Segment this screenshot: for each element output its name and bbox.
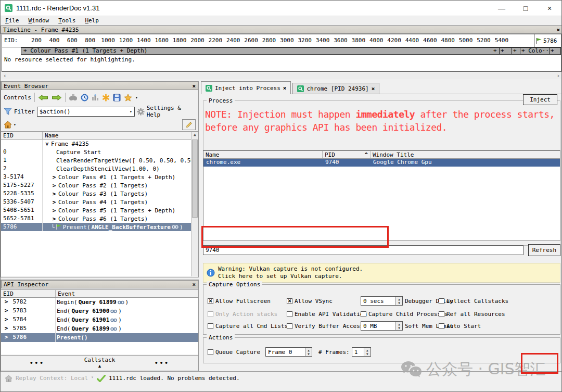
checkbox-auto-start[interactable] — [439, 323, 444, 329]
tab-chrome-pid-24936-[interactable]: chrome [PID 24936]× — [292, 83, 379, 94]
api-inspector-close-icon[interactable]: × — [192, 281, 196, 288]
checkbox-allow-vsync[interactable]: × — [287, 298, 292, 304]
filter-icon — [4, 108, 12, 115]
timeline-scrollbar[interactable]: ‹› — [2, 72, 561, 79]
favorites-icon[interactable] — [124, 94, 132, 102]
api-event-row[interactable]: > 5782Begin(Query 61899 ) — [1, 298, 198, 307]
vulkan-warning-box[interactable]: Warning: Vulkan capture is not configure… — [203, 263, 560, 283]
timeline-pass-bar[interactable]: + Colour Pass #1 (1 Targets + Depth) — [21, 47, 495, 55]
event-browser-scrollbar[interactable]: ▲ — [191, 132, 198, 276]
checkbox-collect-callstacks[interactable] — [439, 298, 444, 304]
api-inspector-title: API Inspector — [4, 281, 48, 288]
replay-home-icon[interactable] — [5, 375, 12, 382]
menu-tools[interactable]: Tools — [54, 17, 80, 24]
replay-context-label[interactable]: Replay Context: Local — [16, 375, 88, 382]
inject-button[interactable]: Inject — [523, 94, 557, 105]
event-row[interactable]: 5786└Present(ANGLE_BackBufferTexture) — [1, 223, 198, 231]
stats-icon[interactable] — [92, 94, 99, 101]
minimize-button[interactable]: — — [490, 1, 514, 16]
spinner-debugger-delay[interactable]: 0 secs▲▼ — [361, 296, 403, 306]
event-row[interactable]: 0Capture Start — [1, 148, 198, 156]
eb-col-eid: EID — [1, 132, 43, 139]
proc-col-pid[interactable]: PID^ — [323, 151, 371, 158]
checkbox-enable-api-validation[interactable] — [287, 311, 292, 317]
option-label: Allow VSync — [295, 298, 333, 305]
resource-link-icon[interactable] — [110, 309, 117, 314]
timeline-segment[interactable]: + — [550, 47, 561, 55]
checkbox-ref-all-resources[interactable] — [439, 311, 444, 317]
spinner-soft-mem-limit[interactable]: 0 MB▲▼ — [361, 321, 403, 331]
menu-window[interactable]: Window — [24, 17, 54, 24]
event-row[interactable]: 5408-5651>Colour Pass #5 (1 Targets + De… — [1, 206, 198, 214]
proc-col-window-title[interactable]: Window Title — [371, 151, 560, 158]
menu-file[interactable]: File — [1, 17, 24, 24]
callstack-expand-icon[interactable]: ▲ — [98, 363, 101, 369]
bookmark-icon[interactable] — [102, 94, 110, 102]
vulkan-warning-line2[interactable]: Click here to set up Vulkan capture. — [218, 273, 363, 280]
filter-settings-gear-icon[interactable] — [137, 108, 145, 116]
queue-frame-spinner[interactable]: Frame 0▲▼ — [265, 347, 312, 357]
edit-filter-button[interactable] — [182, 119, 196, 130]
tab-close-icon[interactable]: × — [283, 85, 287, 92]
filter-combobox[interactable]: $action() ▾ — [37, 107, 135, 117]
maximize-button[interactable]: □ — [514, 1, 538, 16]
callstack-section[interactable]: ••• Callstack▲ ••• — [1, 355, 198, 371]
timeline-tick: 5200 — [477, 37, 491, 44]
event-row[interactable]: 5228-5335>Colour Pass #3 (1 Targets) — [1, 189, 198, 198]
timeline-ruler[interactable]: EID: 5786 200400600800100012001400160018… — [2, 34, 561, 47]
home-dropdown-icon[interactable]: ▾ — [14, 122, 16, 127]
event-row[interactable]: 3-5174>Colour Pass #1 (1 Targets + Depth… — [1, 173, 198, 181]
process-row[interactable]: chrome.exe9740Google Chrome Gpu — [203, 159, 560, 167]
settings-help-link[interactable]: Settings & Help — [147, 105, 196, 118]
proc-col-name[interactable]: Name — [203, 151, 323, 158]
home-icon[interactable] — [4, 121, 12, 129]
event-row[interactable]: 2ClearDepthStencilView(1.00, 0) — [1, 165, 198, 173]
resource-link-icon[interactable] — [172, 224, 178, 230]
resource-link-icon[interactable] — [118, 300, 124, 305]
renderdoc-tab-icon — [206, 85, 212, 92]
tab-close-icon[interactable]: × — [372, 85, 375, 92]
checkbox-only-action-stacks[interactable] — [208, 311, 213, 317]
api-event-row[interactable]: > 5784End(Query 61901 ) — [1, 315, 198, 324]
resource-link-icon[interactable] — [110, 318, 117, 323]
capture-options-label: Capture Options — [207, 281, 262, 288]
event-browser-close-icon[interactable]: × — [192, 83, 196, 90]
event-row[interactable]: 5652-5781>Colour Pass #6 (1 Targets) — [1, 214, 198, 223]
event-row[interactable]: >Frame #4235 — [1, 140, 198, 148]
eb-col-name: Name — [43, 132, 198, 139]
event-row[interactable]: 1ClearRenderTargetView([ 0.50, 0.50, 0.5… — [1, 156, 198, 165]
menu-help[interactable]: Help — [80, 17, 104, 24]
timeline-segment[interactable]: + — [512, 47, 520, 55]
checkbox-capture-all-cmd-lists[interactable] — [208, 323, 213, 329]
num-frames-spinner[interactable]: 1▲▼ — [352, 347, 371, 357]
export-icon[interactable] — [113, 94, 121, 102]
timing-icon[interactable] — [81, 94, 88, 102]
wechat-icon — [400, 360, 422, 379]
queue-capture-checkbox[interactable] — [208, 349, 213, 355]
tab-inject-into-process[interactable]: Inject into Process× — [201, 81, 291, 94]
api-event-row[interactable]: > 5785End(Query 61899 ) — [1, 324, 198, 333]
filter-dropdown-icon[interactable]: ▾ — [130, 109, 132, 114]
process-filter-input[interactable] — [203, 245, 523, 255]
controls-label: Controls — [4, 94, 31, 101]
find-event-icon[interactable] — [69, 94, 78, 102]
step-back-icon[interactable] — [38, 94, 48, 101]
event-row[interactable]: 5175-5227>Colour Pass #2 (1 Targets) — [1, 181, 198, 189]
timeline-close-icon[interactable]: × — [556, 27, 560, 33]
api-event-row[interactable]: > 5786Present() — [1, 333, 198, 342]
api-event-row[interactable]: > 5783End(Query 61900 ) — [1, 307, 198, 315]
timeline-segment[interactable]: + — [500, 47, 512, 55]
checkbox-capture-child-processes[interactable] — [361, 311, 366, 317]
checkbox-verify-buffer-access[interactable] — [287, 323, 292, 329]
timeline-segment[interactable]: + Colo··· — [520, 47, 550, 55]
step-forward-icon[interactable] — [52, 94, 62, 101]
checkbox-allow-fullscreen[interactable]: × — [208, 298, 213, 304]
resource-link-icon[interactable] — [110, 326, 117, 332]
close-button[interactable]: × — [538, 1, 561, 16]
event-row[interactable]: 5336-5407>Colour Pass #4 (1 Targets) — [1, 198, 198, 206]
timeline-segment[interactable]: + — [492, 47, 500, 55]
refresh-button[interactable]: Refresh — [528, 244, 560, 256]
timeline-right-segments: ++++ Colo···+ — [492, 47, 561, 55]
replay-context-dropdown-icon[interactable]: ▾ — [91, 375, 94, 380]
favorites-dropdown-icon[interactable]: ▾ — [135, 95, 138, 100]
